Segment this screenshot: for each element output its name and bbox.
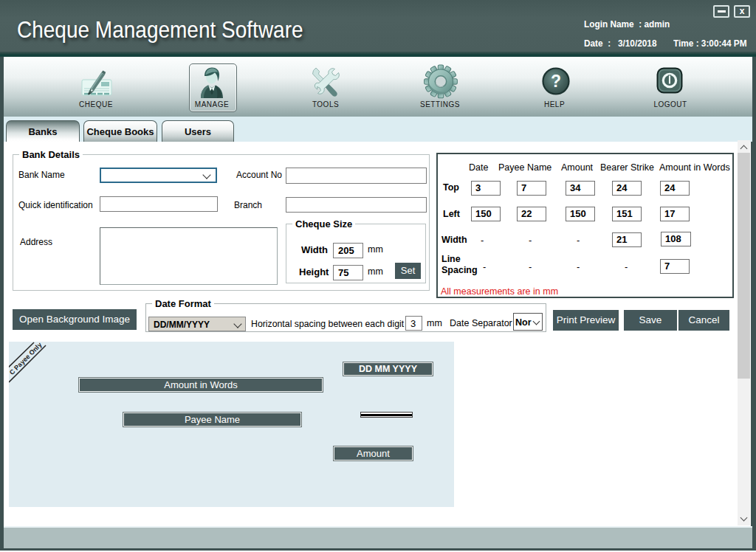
svg-text:?: ? (551, 72, 561, 91)
svg-text:C Payee Only: C Payee Only (9, 342, 44, 376)
